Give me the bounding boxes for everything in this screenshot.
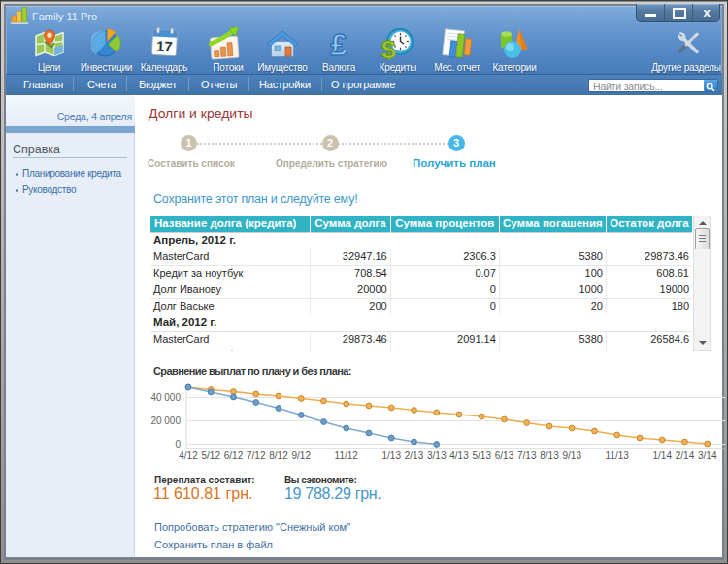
svg-text:3/14: 3/14 — [698, 450, 717, 461]
svg-text:8/12: 8/12 — [269, 450, 288, 461]
svg-text:11/12: 11/12 — [335, 450, 359, 461]
svg-text:5/12: 5/12 — [202, 450, 221, 461]
svg-text:0: 0 — [175, 439, 181, 449]
svg-text:2/14: 2/14 — [676, 450, 695, 461]
svg-text:20 000: 20 000 — [150, 415, 181, 426]
svg-text:9/12: 9/12 — [292, 450, 312, 461]
svg-text:5/13: 5/13 — [473, 450, 492, 461]
svg-text:11/13: 11/13 — [606, 450, 630, 461]
svg-text:6/12: 6/12 — [224, 450, 244, 461]
svg-text:4/13: 4/13 — [449, 450, 469, 461]
svg-text:£: £ — [330, 28, 347, 60]
svg-text:7/13: 7/13 — [517, 450, 537, 461]
svg-text:40 000: 40 000 — [150, 392, 181, 403]
svg-text:2/13: 2/13 — [405, 450, 424, 461]
svg-text:6/13: 6/13 — [495, 450, 514, 461]
svg-text:3/13: 3/13 — [427, 450, 447, 461]
svg-text:1/13: 1/13 — [382, 450, 402, 461]
svg-text:7/12: 7/12 — [247, 450, 266, 461]
svg-text:9/13: 9/13 — [563, 450, 582, 461]
svg-text:4/12: 4/12 — [179, 450, 198, 461]
svg-text:8/13: 8/13 — [540, 450, 559, 461]
svg-text:1/14: 1/14 — [653, 450, 673, 461]
svg-text:17: 17 — [156, 38, 174, 55]
svg-text:$: $ — [381, 35, 396, 60]
